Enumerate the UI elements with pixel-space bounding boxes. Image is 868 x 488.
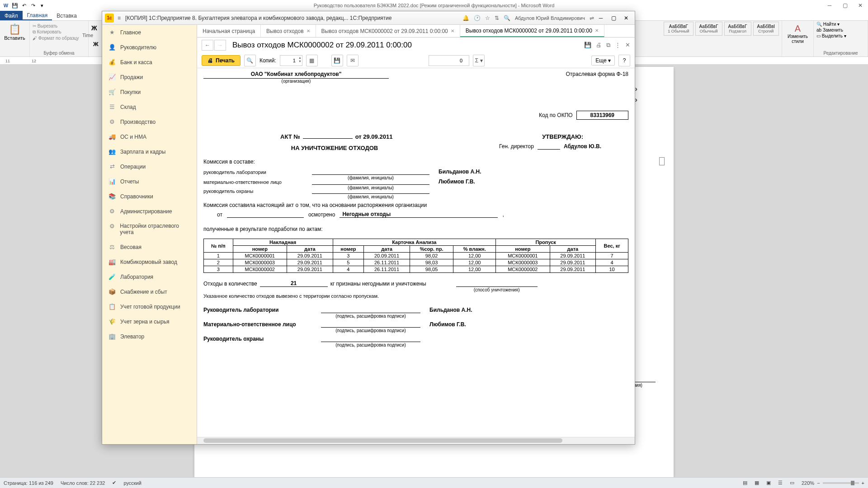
select-button[interactable]: ▭ Выделить ▾ (816, 33, 865, 38)
print-preview[interactable]: ОАО "Комбинат хлебопродуктов" (организац… (197, 68, 635, 437)
sidebar-item[interactable]: 📋Учет готовой продукции (102, 299, 197, 314)
user-label[interactable]: Абдулов Юрий Владимирович (515, 15, 585, 21)
status-lang[interactable]: русский (123, 480, 141, 486)
save-icon[interactable]: 💾 (11, 1, 19, 9)
horizontal-scrollbar[interactable] (197, 437, 635, 444)
sidebar-item[interactable]: 🧪Лаборатория (102, 269, 197, 284)
link-icon[interactable]: ⇅ (495, 15, 499, 21)
undo-icon[interactable]: ↶ (20, 1, 28, 9)
sum-button[interactable]: Σ ▾ (473, 55, 485, 66)
tab-close-icon[interactable]: ✕ (451, 28, 454, 33)
anchor-icon (659, 157, 665, 165)
save-icon[interactable]: 💾 (584, 42, 591, 49)
bold-button[interactable]: Ж (91, 22, 99, 32)
tab-home[interactable]: Главная (23, 11, 52, 20)
zoom-in-icon[interactable]: + (862, 480, 864, 486)
preview-button[interactable]: 🔍 (244, 55, 256, 66)
zoom-level[interactable]: 220% (802, 480, 814, 486)
search-icon[interactable]: 🔍 (504, 15, 510, 21)
copy-icon[interactable]: ⧉ (606, 42, 610, 49)
sidebar-item[interactable]: ★Главное (102, 25, 197, 40)
view-web-icon[interactable]: ▣ (766, 480, 771, 486)
tab-close-icon[interactable]: ✕ (595, 28, 599, 33)
sidebar-item[interactable]: 👥Зарплата и кадры (102, 144, 197, 159)
printer-icon: 🖨 (208, 57, 213, 64)
c1-close-icon[interactable]: ✕ (620, 13, 632, 23)
bell-icon[interactable]: 🔔 (462, 15, 469, 21)
sidebar-item[interactable]: ⇄Операции (102, 159, 197, 174)
print-button[interactable]: 🖨 Печать (202, 55, 241, 66)
save-button[interactable]: 💾 (331, 55, 343, 66)
style-item[interactable]: АаБбВвІСтрогий (753, 22, 779, 36)
spin-up-icon[interactable]: ▲ (298, 56, 302, 60)
spin-down-icon[interactable]: ▼ (298, 60, 302, 63)
c1-maximize-icon[interactable]: ▢ (608, 13, 619, 23)
view-print-icon[interactable]: ▤ (743, 480, 747, 486)
sidebar-item[interactable]: 🏢Элеватор (102, 329, 197, 344)
replace-button[interactable]: ab Заменить (816, 28, 865, 33)
email-button[interactable]: ✉ (347, 55, 359, 66)
style-item[interactable]: АаБбВвГОбычный (695, 22, 722, 36)
c1-minimize-icon[interactable]: ─ (595, 13, 607, 23)
style-item[interactable]: АаБбВвГПодзагол (724, 22, 751, 36)
menu-icon[interactable]: ≡ (118, 15, 121, 21)
zoom-out-icon[interactable]: − (817, 480, 820, 486)
tab-insert[interactable]: Вставка (52, 11, 81, 20)
print-icon[interactable]: 🖨 (596, 42, 602, 49)
paste-button[interactable]: 📋 Вставить (3, 22, 27, 42)
sidebar-item[interactable]: 📊Отчеты (102, 174, 197, 189)
table-button[interactable]: ▦ (306, 55, 318, 66)
tab-close-icon[interactable]: ✕ (307, 28, 310, 33)
c1-tab[interactable]: Вывоз отходов✕ (261, 25, 316, 37)
more-button[interactable]: Еще ▾ (591, 56, 615, 66)
history-icon[interactable]: 🕑 (474, 15, 481, 21)
nav-fwd-icon[interactable]: → (214, 40, 226, 51)
help-button[interactable]: ? (618, 55, 630, 66)
close-doc-icon[interactable]: ✕ (625, 42, 630, 49)
sidebar-item[interactable]: 🚚ОС и НМА (102, 129, 197, 144)
nav-back-icon[interactable]: ← (202, 40, 213, 51)
sidebar-item[interactable]: 👤Руководителю (102, 40, 197, 55)
status-page[interactable]: Страница: 116 из 249 (4, 480, 53, 486)
copy-button[interactable]: ⧉ Копировать (33, 29, 85, 35)
status-proof-icon[interactable]: ✔ (112, 480, 116, 486)
change-styles-button[interactable]: A Изменить стили (785, 22, 811, 44)
c1-tab[interactable]: Начальная страница (197, 25, 261, 37)
redo-icon[interactable]: ↷ (29, 1, 37, 9)
c1-tab[interactable]: Вывоз отходов МСК0000002 от 29.09.2011 0… (316, 25, 460, 37)
qat-more-icon[interactable]: ▾ (38, 1, 46, 9)
star-icon[interactable]: ☆ (485, 15, 490, 21)
view-read-icon[interactable]: ▦ (755, 480, 759, 486)
sum-input[interactable] (429, 55, 469, 66)
org-name: ОАО "Комбинат хлебопродуктов" (203, 71, 389, 79)
maximize-icon[interactable]: ▢ (837, 0, 853, 10)
editing-group-label: Редактирование (816, 51, 865, 56)
settings-icon[interactable]: ⇌ (590, 15, 594, 21)
sidebar-item[interactable]: ⚙Администрирование (102, 204, 197, 219)
close-icon[interactable]: ✕ (853, 0, 868, 10)
sidebar-item[interactable]: 📚Справочники (102, 189, 197, 204)
format-painter-button[interactable]: 🖌 Формат по образцу (33, 36, 85, 41)
more-icon[interactable]: ⋮ (615, 42, 621, 49)
sidebar-item[interactable]: 🏭Комбикормовый завод (102, 254, 197, 269)
styles-gallery[interactable]: АаБбВвГ1 Обычный АаБбВвГОбычный АаБбВвГП… (664, 22, 779, 36)
cut-button[interactable]: ✂ Вырезать (33, 23, 85, 28)
zoom-slider[interactable] (823, 482, 859, 484)
sidebar-item[interactable]: ⚙Производство (102, 114, 197, 129)
sidebar-item[interactable]: ☰Склад (102, 99, 197, 114)
c1-tab[interactable]: Вывоз отходов МСК0000002 от 29.09.2011 0… (460, 25, 604, 37)
find-button[interactable]: 🔍 Найти ▾ (816, 22, 865, 27)
minimize-icon[interactable]: ─ (822, 0, 837, 10)
sidebar-item[interactable]: 📈Продажи (102, 70, 197, 84)
sidebar-item[interactable]: ⚙Настройки отраслевого учета (102, 219, 197, 239)
style-item[interactable]: АаБбВвГ1 Обычный (664, 22, 693, 36)
sidebar-item[interactable]: 🌾Учет зерна и сырья (102, 314, 197, 329)
sidebar-item[interactable]: 💰Банк и касса (102, 55, 197, 70)
tab-file[interactable]: Файл (0, 11, 23, 20)
sidebar-item[interactable]: 🛒Покупки (102, 84, 197, 99)
view-outline-icon[interactable]: ☰ (778, 480, 783, 486)
view-draft-icon[interactable]: ▭ (790, 480, 794, 486)
status-words[interactable]: Число слов: 22 232 (61, 480, 105, 486)
sidebar-item[interactable]: 📦Снабжение и сбыт (102, 284, 197, 299)
sidebar-item[interactable]: ⚖Весовая (102, 239, 197, 254)
